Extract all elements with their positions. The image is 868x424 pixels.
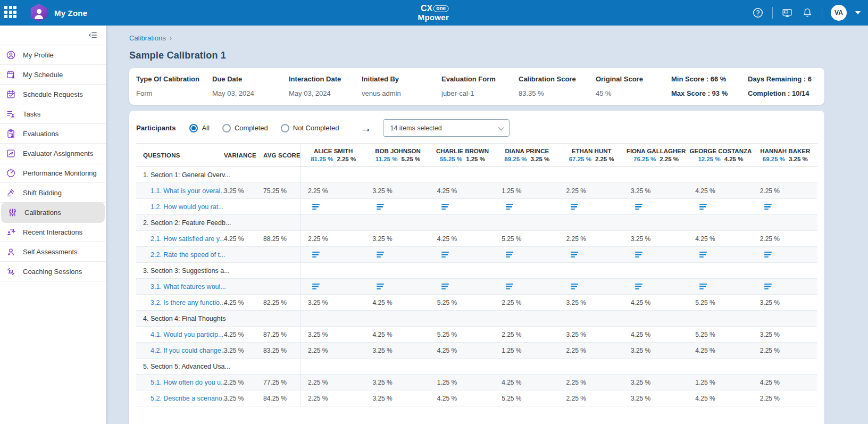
participant-name: GEORGE COSTANZA <box>690 148 752 154</box>
question-link[interactable]: 1.2. How would you rat... <box>136 203 224 211</box>
sidebar-item-calibrations[interactable]: Calibrations <box>2 203 104 222</box>
sidebar-item-schedule-requests[interactable]: Schedule Requests <box>0 85 106 104</box>
comment-icon[interactable] <box>764 204 772 210</box>
cell-value: 1.25 % <box>695 379 715 386</box>
table-row-section: 1. Section 1: General Overv... <box>136 167 817 183</box>
comment-icon[interactable] <box>506 204 513 210</box>
comment-icon[interactable] <box>635 284 642 290</box>
sidebar-item-evaluations[interactable]: Evaluations <box>0 124 106 144</box>
sidebar-item-self-assessments[interactable]: Self Assessments <box>0 242 106 262</box>
sidebar-item-my-profile[interactable]: My Profile <box>0 45 106 65</box>
comment-icon[interactable] <box>377 284 384 290</box>
sidebar-item-shift-bidding[interactable]: Shift Bidding <box>0 183 106 203</box>
radio-not-completed[interactable]: Not Completed <box>281 124 339 132</box>
score-cell <box>688 311 753 326</box>
sidebar-item-performance-monitoring[interactable]: Performance Monitoring <box>0 163 106 183</box>
comment-icon[interactable] <box>764 284 772 290</box>
question-link[interactable]: 3.2. Is there any functio... <box>136 299 225 306</box>
comment-icon[interactable] <box>441 284 449 290</box>
sidebar-item-recent-interactions[interactable]: Recent Interactions <box>0 222 106 242</box>
question-link[interactable]: 4.2. If you could change... <box>136 347 227 354</box>
comment-icon[interactable] <box>571 284 578 290</box>
score-cell <box>560 167 624 182</box>
topbar-divider <box>772 7 773 19</box>
main-content: Calibrations › Sample Calibration 1 Type… <box>106 26 868 424</box>
radio-completed[interactable]: Completed <box>222 124 268 132</box>
score-cell: 3.25 % <box>624 183 688 198</box>
score-cell: 2.25 % <box>301 343 365 358</box>
column-header-questions: QUESTIONS <box>136 152 180 159</box>
comment-icon[interactable] <box>635 204 642 210</box>
cell-value: 5.25 % <box>695 299 715 306</box>
score-cell <box>365 359 430 374</box>
screen-share-icon[interactable] <box>781 7 793 19</box>
score-cell: 4.25 % <box>430 231 495 246</box>
score-cell <box>688 359 753 374</box>
radio-circle-icon <box>222 124 231 132</box>
comment-icon[interactable] <box>699 204 707 210</box>
participants-label: Participants <box>136 124 176 132</box>
cell-value: 4.25 % <box>695 187 715 195</box>
score-cell <box>301 263 365 278</box>
avg-score-value <box>263 247 301 262</box>
score-cell <box>430 215 495 230</box>
comment-icon[interactable] <box>699 284 707 290</box>
user-menu-chevron-icon[interactable] <box>855 11 861 14</box>
cell-value: 4.25 % <box>631 299 650 306</box>
breadcrumb-calibrations-link[interactable]: Calibrations <box>129 34 166 42</box>
score-cell <box>495 359 559 374</box>
comment-icon[interactable] <box>699 252 707 258</box>
question-link[interactable]: 5.2. Describe a scenario... <box>136 395 228 402</box>
table-row-question: 2.2. Rate the speed of t... <box>136 247 817 263</box>
comment-icon[interactable] <box>635 252 642 258</box>
score-cell <box>560 199 624 214</box>
comment-icon[interactable] <box>377 252 384 258</box>
question-link[interactable]: 2.1. How satisfied are y... <box>136 235 224 243</box>
radio-all[interactable]: All <box>189 124 209 132</box>
question-link[interactable]: 5.1. How often do you u... <box>136 379 226 386</box>
question-link[interactable]: 3.1. What features woul... <box>136 283 226 290</box>
cell-value: 2.25 % <box>566 395 586 402</box>
cell-value: 4.25 % <box>760 379 780 386</box>
comment-icon[interactable] <box>506 284 513 290</box>
participants-dropdown[interactable]: 14 items selected <box>383 119 510 137</box>
comment-icon[interactable] <box>441 204 449 210</box>
comment-icon[interactable] <box>441 252 449 258</box>
comment-icon[interactable] <box>312 204 320 210</box>
score-cell: 4.25 % <box>688 343 753 358</box>
sidebar-item-evaluator-assignments[interactable]: Evaluator Assignments <box>0 144 106 163</box>
sidebar-collapse-icon[interactable] <box>88 30 98 40</box>
comment-icon[interactable] <box>377 204 384 210</box>
participant-header-alice-smith: ALICE SMITH81.25 %2.25 % <box>301 144 365 167</box>
summary-value: juber-cal-1 <box>441 89 519 97</box>
sidebar-item-tasks[interactable]: Tasks <box>0 104 106 124</box>
avg-score-value: 84.25 % <box>263 390 301 406</box>
cell-value: 2.25 % <box>760 395 780 402</box>
comment-icon[interactable] <box>764 252 772 258</box>
comment-icon[interactable] <box>312 252 320 258</box>
score-cell <box>495 279 559 294</box>
notifications-bell-icon[interactable] <box>802 7 813 19</box>
summary-value: Form <box>136 89 212 97</box>
score-cell: 2.25 % <box>753 390 817 406</box>
sidebar-item-my-schedule[interactable]: My Schedule <box>0 65 106 85</box>
help-icon[interactable] <box>752 7 764 19</box>
cell-value: 1.25 % <box>502 347 521 354</box>
user-avatar[interactable]: VA <box>831 5 847 21</box>
comment-icon[interactable] <box>571 252 578 258</box>
score-cell: 4.25 % <box>365 327 430 342</box>
comment-icon[interactable] <box>312 284 320 290</box>
sidebar-item-label: Shift Bidding <box>23 189 62 197</box>
participant-name: ALICE SMITH <box>314 148 353 154</box>
question-link[interactable]: 2.2. Rate the speed of t... <box>136 251 225 259</box>
score-cell: 3.25 % <box>365 390 430 406</box>
cell-value: 4.25 % <box>437 187 457 195</box>
app-launcher-icon[interactable] <box>4 6 18 20</box>
comment-icon[interactable] <box>571 204 578 210</box>
question-link[interactable]: 4.1. Would you particip... <box>136 331 223 338</box>
sidebar-item-label: Coaching Sessions <box>23 268 82 276</box>
score-cell <box>365 199 430 214</box>
question-link[interactable]: 1.1. What is your overal... <box>136 187 226 195</box>
sidebar-item-coaching-sessions[interactable]: Coaching Sessions <box>0 262 106 281</box>
comment-icon[interactable] <box>506 252 513 258</box>
